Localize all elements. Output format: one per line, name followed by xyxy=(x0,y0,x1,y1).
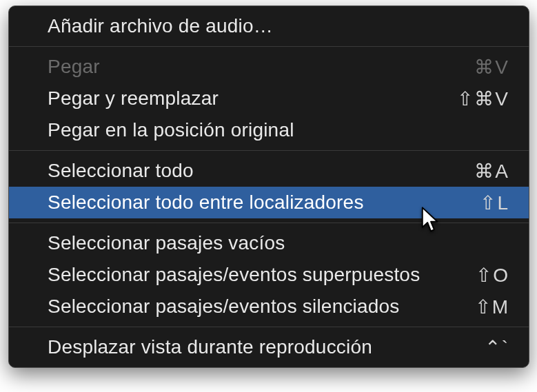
menu-item-label: Desplazar vista durante reproducción xyxy=(48,336,372,358)
menu-item-paste: Pegar ⌘V xyxy=(9,51,529,83)
menu-item-add-audio-file[interactable]: Añadir archivo de audio… xyxy=(9,10,529,42)
menu-item-paste-original-position[interactable]: Pegar en la posición original xyxy=(9,114,529,146)
menu-item-select-empty-passages[interactable]: Seleccionar pasajes vacíos xyxy=(9,227,529,259)
menu-item-shortcut: ⇧⌘V xyxy=(457,87,509,110)
menu-separator xyxy=(9,46,529,47)
menu-item-shortcut: ⇧L xyxy=(480,192,509,214)
menu-item-label: Seleccionar pasajes/eventos silenciados xyxy=(48,296,400,318)
menu-separator xyxy=(9,223,529,223)
menu-item-scroll-view-playback[interactable]: Desplazar vista durante reproducción ⌃` xyxy=(9,331,529,363)
menu-item-shortcut: ⌃` xyxy=(485,336,509,359)
menu-item-select-all-between-locators[interactable]: Seleccionar todo entre localizadores ⇧L xyxy=(9,187,529,218)
menu-item-shortcut: ⇧M xyxy=(475,296,509,318)
menu-item-label: Seleccionar pasajes/eventos superpuestos xyxy=(48,264,420,286)
menu-item-label: Seleccionar todo entre localizadores xyxy=(48,192,364,214)
menu-item-label: Pegar xyxy=(48,56,100,78)
menu-separator xyxy=(9,327,529,327)
menu-item-label: Pegar y reemplazar xyxy=(48,87,219,110)
menu-item-shortcut: ⇧O xyxy=(476,264,509,287)
menu-item-select-all[interactable]: Seleccionar todo ⌘A xyxy=(9,155,529,187)
menu-item-label: Seleccionar pasajes vacíos xyxy=(48,232,285,254)
menu-item-paste-replace[interactable]: Pegar y reemplazar ⇧⌘V xyxy=(9,83,529,114)
menu-item-shortcut: ⌘V xyxy=(474,56,509,79)
menu-item-label: Añadir archivo de audio… xyxy=(48,15,273,37)
context-menu: Añadir archivo de audio… Pegar ⌘V Pegar … xyxy=(8,6,529,368)
menu-item-shortcut: ⌘A xyxy=(474,160,509,183)
menu-item-select-overlapped[interactable]: Seleccionar pasajes/eventos superpuestos… xyxy=(9,259,529,291)
menu-separator xyxy=(9,150,529,151)
menu-item-label: Seleccionar todo xyxy=(48,160,194,182)
menu-item-select-muted[interactable]: Seleccionar pasajes/eventos silenciados … xyxy=(9,291,529,322)
menu-item-label: Pegar en la posición original xyxy=(48,119,294,141)
